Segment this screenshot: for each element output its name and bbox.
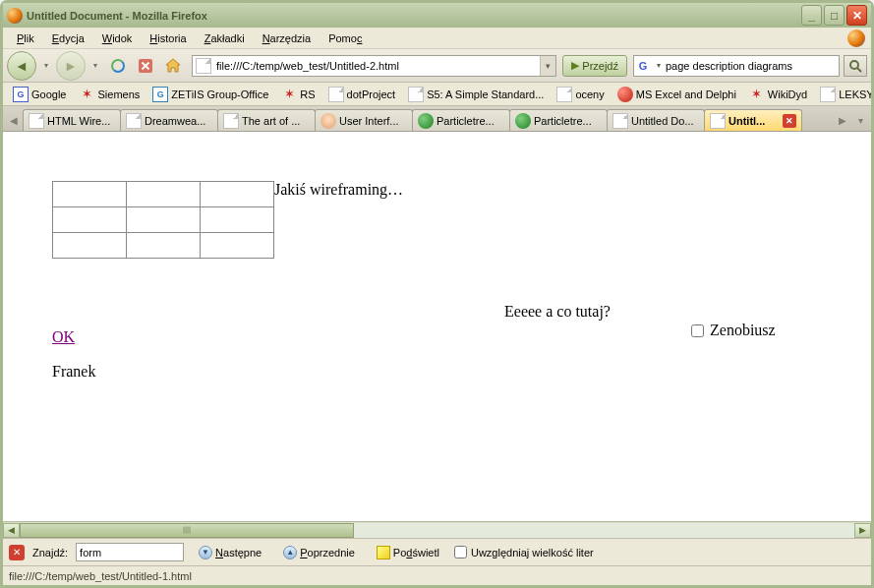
bookmark-icon: ✶ [281, 87, 297, 102]
table-cell [53, 182, 127, 207]
browser-tab[interactable]: HTML Wire... [23, 109, 121, 131]
status-text: file:///C:/temp/web_test/Untitled-1.html [9, 570, 192, 582]
bookmark-item[interactable]: S5: A Simple Standard... [402, 84, 550, 105]
horizontal-scrollbar[interactable]: ◀ ▶ [3, 521, 871, 538]
tab-bar: ◀ HTML Wire...Dreamwea...The art of ...U… [3, 106, 871, 132]
bookmark-item[interactable]: dotProject [322, 84, 402, 105]
menu-bar: Plik Edycja Widok Historia Zakładki Narz… [3, 28, 871, 49]
find-prev-button[interactable]: ▲ Poprzednie [276, 543, 362, 562]
browser-tab[interactable]: Dreamwea... [120, 109, 218, 131]
tab-label: Particletre... [534, 115, 602, 127]
find-close-button[interactable]: ✕ [9, 545, 25, 560]
tab-label: Particletre... [437, 115, 504, 127]
bookmark-item[interactable]: oceny [551, 84, 610, 105]
bookmark-item[interactable]: ✶WikiDyd [743, 84, 813, 105]
tab-favicon [612, 113, 628, 129]
ok-link[interactable]: OK [52, 328, 75, 346]
scroll-track[interactable] [20, 523, 854, 538]
menu-bookmarks[interactable]: Zakładki [197, 30, 253, 46]
back-button[interactable]: ◄ [7, 51, 36, 81]
table-cell [201, 233, 274, 259]
menu-view[interactable]: Widok [94, 30, 141, 46]
menu-edit-label: dycja [59, 32, 85, 44]
table-cell [53, 233, 127, 259]
forward-button[interactable]: ► [56, 51, 86, 81]
tab-favicon [710, 113, 726, 129]
menu-tools-label: arzędzia [270, 32, 312, 44]
tab-favicon [418, 113, 434, 129]
url-history-dropdown[interactable]: ▾ [540, 56, 555, 76]
throbber-icon [847, 29, 865, 47]
tab-close-button[interactable]: ✕ [783, 114, 796, 128]
browser-tab[interactable]: Particletre... [412, 109, 510, 131]
browser-tab[interactable]: The art of ... [217, 109, 316, 131]
tab-label: HTML Wire... [47, 115, 115, 127]
bookmark-label: ZETiIS Group-Office [171, 88, 268, 100]
menu-history[interactable]: Historia [142, 30, 194, 46]
site-identity-icon[interactable] [196, 58, 211, 74]
search-submit-button[interactable] [844, 55, 867, 77]
menu-file[interactable]: Plik [9, 30, 42, 46]
window-title: Untitled Document - Mozilla Firefox [27, 10, 801, 22]
search-engine-dropdown[interactable]: ▾ [652, 61, 666, 70]
address-bar[interactable]: ▾ [192, 55, 556, 77]
back-history-dropdown[interactable]: ▾ [38, 53, 54, 79]
bookmark-item[interactable]: ✶RS [275, 84, 320, 105]
bookmark-icon: ✶ [749, 87, 765, 102]
find-next-button[interactable]: ▼ Następne [192, 543, 268, 562]
table-cell [53, 207, 127, 233]
bookmark-item[interactable]: GGoogle [7, 84, 72, 105]
close-button[interactable]: ✕ [846, 5, 867, 26]
matchcase-checkbox[interactable] [454, 546, 467, 559]
menu-help[interactable]: Pomoc [320, 30, 370, 46]
search-engine-icon[interactable]: G [634, 60, 652, 72]
matchcase-label: Uwzględniaj wielkość liter [471, 547, 594, 559]
forward-history-dropdown[interactable]: ▾ [87, 53, 103, 79]
find-highlight-button[interactable]: Podświetl [370, 543, 446, 562]
tab-scroll-right[interactable]: ▶ [834, 109, 851, 131]
reload-button[interactable] [105, 53, 131, 79]
find-input[interactable] [76, 543, 184, 561]
bookmark-icon [328, 87, 344, 102]
maximize-button[interactable]: □ [824, 5, 845, 26]
navigation-toolbar: ◄ ▾ ► ▾ ▾ ▶ Przejdź G ▾ [3, 49, 871, 83]
tab-scroll-left[interactable]: ◀ [5, 109, 23, 131]
tab-list-button[interactable]: ▾ [851, 109, 869, 131]
find-matchcase[interactable]: Uwzględniaj wielkość liter [454, 546, 594, 559]
search-bar[interactable]: G ▾ [633, 55, 840, 77]
title-bar[interactable]: Untitled Document - Mozilla Firefox _ □ … [3, 3, 871, 28]
table-cell [127, 207, 201, 233]
go-button[interactable]: ▶ Przejdź [562, 55, 627, 77]
browser-tab[interactable]: Untitl...✕ [704, 109, 802, 131]
zenobiusz-checkbox[interactable] [691, 324, 704, 337]
scroll-left-button[interactable]: ◀ [3, 523, 20, 538]
minimize-button[interactable]: _ [801, 5, 822, 26]
tab-favicon [126, 113, 142, 129]
bookmark-item[interactable]: MS Excel and Delphi [612, 84, 742, 105]
tab-favicon [223, 113, 239, 129]
find-prev-label: oprzednie [308, 547, 355, 559]
menu-tools[interactable]: Narzędzia [255, 30, 320, 46]
bookmark-item[interactable]: ✶Siemens [73, 84, 146, 105]
bookmark-label: RS [300, 88, 315, 100]
firefox-icon [7, 8, 23, 24]
browser-tab[interactable]: Untitled Do... [607, 109, 705, 131]
url-input[interactable] [214, 57, 540, 75]
browser-tab[interactable]: Particletre... [509, 109, 608, 131]
menu-edit[interactable]: Edycja [44, 30, 92, 46]
bookmark-item[interactable]: GZETiIS Group-Office [146, 84, 274, 105]
browser-tab[interactable]: User Interf... [315, 109, 413, 131]
scroll-right-button[interactable]: ▶ [854, 523, 871, 538]
search-input[interactable] [666, 57, 839, 75]
bookmark-item[interactable]: LEKSYKA.PL [814, 84, 871, 105]
svg-point-0 [850, 61, 858, 69]
home-button[interactable] [160, 53, 186, 79]
name-text: Franek [52, 363, 95, 381]
page-content: Jakiś wireframing… Eeeee a co tutaj? OK … [3, 132, 871, 521]
scroll-thumb[interactable] [20, 523, 354, 538]
wireframe-table [52, 181, 274, 259]
stop-button[interactable] [133, 53, 158, 79]
firefox-window: Untitled Document - Mozilla Firefox _ □ … [0, 0, 874, 588]
find-bar: ✕ Znajdź: ▼ Następne ▲ Poprzednie Podświ… [3, 538, 871, 565]
tab-favicon [320, 113, 336, 129]
